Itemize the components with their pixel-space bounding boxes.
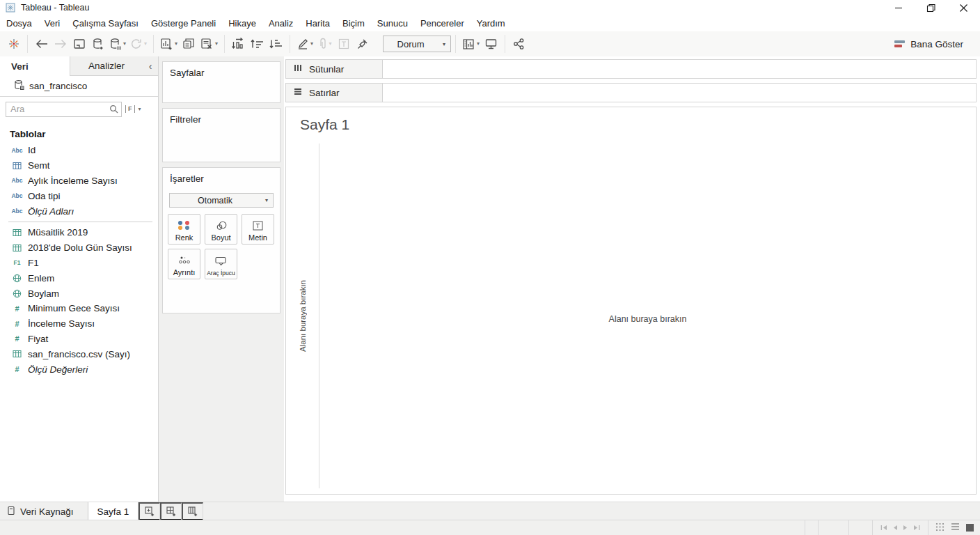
- number-icon: #: [8, 304, 26, 313]
- clear-sheet-button[interactable]: ▾: [198, 34, 220, 54]
- menu-analiz[interactable]: Analiz: [262, 18, 299, 29]
- tableau-logo-icon[interactable]: [7, 37, 21, 51]
- field-row-2018-dolu-gun-sayisi[interactable]: 2018'de Dolu Gün Sayısı: [0, 240, 158, 256]
- toolbar-separator: [290, 35, 290, 53]
- show-me-button[interactable]: Bana Göster: [894, 39, 963, 49]
- show-hide-cards-button[interactable]: ▾: [460, 34, 482, 54]
- previous-sheet-icon[interactable]: [892, 522, 898, 533]
- redo-button[interactable]: [51, 34, 70, 54]
- pages-shelf[interactable]: Sayfalar: [162, 61, 280, 103]
- canvas-drop-zone[interactable]: Alanı buraya bırakın: [319, 144, 976, 494]
- filters-shelf[interactable]: Filtreler: [162, 108, 280, 162]
- menu-veri[interactable]: Veri: [38, 18, 66, 29]
- rows-drop-zone[interactable]: Alanı buraya bırakın: [286, 144, 319, 488]
- tooltip-button[interactable]: Araç İpucu: [205, 249, 237, 279]
- abc-icon: Abc: [8, 147, 26, 154]
- next-sheet-icon[interactable]: [903, 522, 908, 533]
- color-button[interactable]: Renk: [168, 214, 200, 245]
- menu-harita[interactable]: Harita: [299, 18, 336, 29]
- size-button[interactable]: Boyut: [205, 214, 237, 245]
- field-row-enlem[interactable]: Enlem: [0, 270, 158, 286]
- menu-pencereler[interactable]: Pencereler: [414, 18, 471, 29]
- filmstrip-view-icon[interactable]: [951, 522, 960, 533]
- mark-type-dropdown[interactable]: Otomatik ▾: [169, 193, 274, 208]
- window-title: Tableau - Tableau: [21, 3, 89, 13]
- color-icon: [178, 217, 190, 233]
- menu-yardim[interactable]: Yardım: [471, 18, 512, 29]
- fit-dropdown-value: Dorum: [384, 39, 438, 49]
- tab-analizler[interactable]: Analizler: [70, 56, 143, 75]
- field-row-musaitlik-2019[interactable]: Müsaitlik 2019: [0, 225, 158, 240]
- new-datasource-button[interactable]: [88, 34, 107, 54]
- toolbar-separator: [27, 35, 28, 53]
- detail-button[interactable]: Ayrıntı: [168, 249, 200, 279]
- field-row-inceleme-sayisi[interactable]: #İnceleme Sayısı: [0, 316, 158, 332]
- datasource-item[interactable]: san_francisco: [0, 76, 158, 97]
- field-sort-options-icon[interactable]: F: [125, 105, 135, 113]
- fix-axes-button[interactable]: [353, 34, 372, 54]
- tab-veri[interactable]: Veri: [0, 56, 70, 76]
- minimize-button[interactable]: [882, 0, 915, 15]
- group-members-button[interactable]: ▾: [315, 34, 334, 54]
- text-button[interactable]: Metin: [242, 214, 274, 245]
- field-row-id[interactable]: AbcId: [0, 143, 158, 158]
- show-mark-labels-button[interactable]: [334, 34, 353, 54]
- field-row-boylam[interactable]: Boylam: [0, 286, 158, 301]
- new-story-tab-button[interactable]: [182, 502, 203, 520]
- field-row-oda-tipi[interactable]: AbcOda tipi: [0, 188, 158, 203]
- run-update-button[interactable]: ▾: [128, 34, 149, 54]
- columns-shelf[interactable]: [383, 60, 976, 78]
- tab-veri-kaynagi[interactable]: Veri Kaynağı: [0, 502, 88, 520]
- pause-auto-updates-button[interactable]: ▾: [107, 34, 128, 54]
- menu-calisma-sayfasi[interactable]: Çalışma Sayfası: [66, 18, 145, 29]
- field-row-san-francisco-csv-sayi[interactable]: san_francisco.csv (Sayı): [0, 346, 158, 362]
- menu-dosya[interactable]: Dosya: [0, 18, 38, 29]
- field-row-aylik-inceleme-sayisi[interactable]: AbcAylık İnceleme Sayısı: [0, 173, 158, 189]
- table-icon: [8, 244, 26, 252]
- window-controls: [882, 0, 980, 15]
- first-sheet-icon[interactable]: [880, 522, 887, 533]
- menu-gosterge-paneli[interactable]: Gösterge Paneli: [145, 18, 222, 29]
- globe-icon: [8, 274, 26, 283]
- presentation-mode-button[interactable]: [482, 34, 500, 54]
- close-icon[interactable]: [947, 0, 980, 15]
- field-row-semt[interactable]: Semt: [0, 158, 158, 173]
- field-row-fiyat[interactable]: #Fiyat: [0, 332, 158, 347]
- field-row-olcu-degerleri[interactable]: #Ölçü Değerleri: [0, 362, 158, 377]
- field-row-olcu-adlari[interactable]: AbcÖlçü Adları: [0, 203, 158, 219]
- sheet-sorter-icon[interactable]: [935, 522, 945, 534]
- share-icon[interactable]: [509, 34, 528, 54]
- search-input[interactable]: [6, 104, 109, 114]
- tab-sayfa-1[interactable]: Sayfa 1: [88, 502, 139, 520]
- rows-shelf[interactable]: [383, 84, 976, 102]
- swap-axes-button[interactable]: [229, 34, 248, 54]
- menu-hikaye[interactable]: Hikaye: [222, 18, 262, 29]
- titlebar: Tableau - Tableau: [0, 0, 980, 15]
- menu-bicim[interactable]: Biçim: [336, 18, 371, 29]
- duplicate-button[interactable]: [180, 34, 198, 54]
- last-sheet-icon[interactable]: [913, 522, 920, 533]
- chevron-down-icon[interactable]: ▾: [139, 107, 141, 112]
- undo-button[interactable]: [32, 34, 51, 54]
- field-row-minimum-gece-sayisi[interactable]: #Minimum Gece Sayısı: [0, 301, 158, 316]
- columns-shelf-label: Sütunlar: [286, 60, 383, 78]
- new-worksheet-tab-button[interactable]: [139, 502, 160, 520]
- toolbar-separator: [153, 35, 154, 53]
- sort-ascending-button[interactable]: [248, 34, 267, 54]
- mark-type-value: Otomatik: [170, 196, 260, 206]
- search-icon[interactable]: [109, 104, 121, 114]
- save-button[interactable]: [70, 34, 88, 54]
- collapse-pane-icon[interactable]: ‹: [143, 56, 158, 75]
- highlight-button[interactable]: ▾: [294, 34, 315, 54]
- menu-sunucu[interactable]: Sunucu: [371, 18, 414, 29]
- tabs-view-icon[interactable]: [966, 524, 974, 532]
- field-row-f1[interactable]: F1F1: [0, 256, 158, 271]
- fit-dropdown[interactable]: Dorum ▾: [383, 36, 451, 52]
- restore-button[interactable]: [915, 0, 947, 15]
- sort-descending-button[interactable]: [267, 34, 285, 54]
- new-dashboard-tab-button[interactable]: [160, 502, 182, 520]
- view-area: Sütunlar Satırlar Sayfa 1 Alanı buraya b…: [284, 56, 980, 502]
- abc-icon: Abc: [8, 177, 26, 184]
- datasource-icon: [14, 79, 24, 93]
- new-worksheet-button[interactable]: ▾: [158, 34, 180, 54]
